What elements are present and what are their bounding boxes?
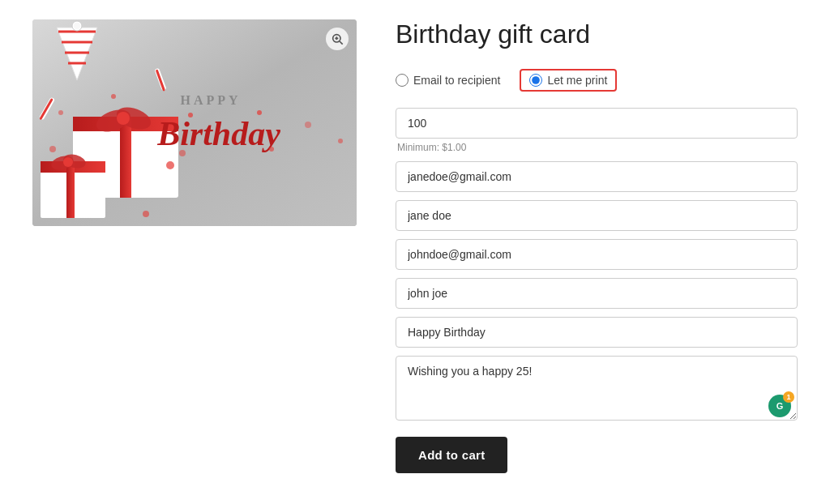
- svg-point-7: [74, 23, 80, 29]
- svg-point-27: [111, 94, 116, 99]
- product-image-svg: HAPPY Birthday: [32, 19, 357, 226]
- print-radio[interactable]: [529, 74, 542, 87]
- print-option-label: Let me print: [547, 74, 607, 87]
- svg-point-25: [143, 211, 149, 217]
- recipient-name-field: [396, 278, 798, 309]
- page-title: Birthday gift card: [396, 19, 798, 49]
- print-option[interactable]: Let me print: [520, 69, 617, 92]
- svg-point-36: [338, 139, 343, 143]
- sender-email-field: [396, 161, 798, 192]
- product-image-container: HAPPY Birthday: [32, 19, 357, 226]
- add-to-cart-button[interactable]: Add to cart: [396, 437, 507, 473]
- subject-field: [396, 317, 798, 348]
- svg-point-28: [58, 110, 63, 115]
- svg-rect-10: [120, 117, 131, 198]
- email-radio[interactable]: [396, 74, 409, 87]
- left-panel: HAPPY Birthday: [32, 19, 357, 473]
- recipient-name-input[interactable]: [396, 278, 798, 309]
- message-field: G 1: [396, 356, 798, 424]
- svg-point-34: [269, 147, 274, 152]
- gift-card-form: Minimum: $1.00: [396, 108, 798, 424]
- sender-email-input[interactable]: [396, 161, 798, 192]
- recipient-email-input[interactable]: [396, 239, 798, 270]
- sender-name-field: [396, 200, 798, 231]
- message-textarea[interactable]: [396, 356, 798, 421]
- grammarly-badge: 1: [783, 391, 794, 403]
- page-container: HAPPY Birthday: [0, 0, 830, 493]
- svg-point-31: [188, 113, 193, 117]
- grammarly-logo: G: [777, 401, 784, 411]
- sender-name-input[interactable]: [396, 200, 798, 231]
- grammarly-button[interactable]: G 1: [768, 395, 791, 417]
- svg-text:HAPPY: HAPPY: [180, 93, 241, 107]
- recipient-email-field: [396, 239, 798, 270]
- svg-text:Birthday: Birthday: [156, 115, 280, 152]
- svg-rect-16: [66, 161, 75, 218]
- svg-point-13: [117, 112, 130, 125]
- email-option[interactable]: Email to recipient: [396, 74, 500, 87]
- svg-point-35: [305, 122, 311, 128]
- delivery-options: Email to recipient Let me print: [396, 69, 798, 92]
- svg-line-38: [340, 41, 343, 45]
- amount-input[interactable]: [396, 108, 798, 139]
- subject-input[interactable]: [396, 317, 798, 348]
- svg-point-19: [63, 157, 73, 167]
- message-wrapper: G 1: [396, 356, 798, 424]
- email-option-label: Email to recipient: [413, 74, 500, 87]
- right-panel: Birthday gift card Email to recipient Le…: [396, 19, 798, 473]
- amount-field: Minimum: $1.00: [396, 108, 798, 153]
- amount-hint: Minimum: $1.00: [396, 142, 798, 153]
- svg-point-24: [166, 161, 174, 169]
- svg-point-26: [49, 146, 56, 152]
- svg-point-33: [179, 150, 186, 156]
- svg-point-32: [257, 110, 262, 115]
- zoom-button[interactable]: [326, 28, 349, 50]
- grammarly-icon: G 1: [768, 395, 791, 417]
